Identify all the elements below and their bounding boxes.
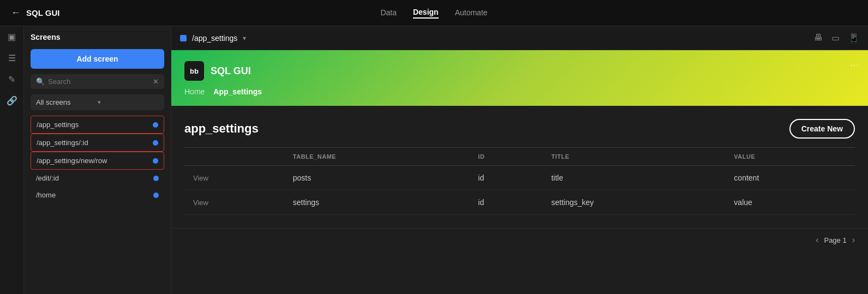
screen-active-dot xyxy=(153,140,158,146)
nav-automate[interactable]: Automate xyxy=(455,8,488,18)
screen-active-dot xyxy=(153,193,159,198)
table-section: app_settings Create New TABLE_NAME ID TI… xyxy=(171,106,868,228)
breadcrumb-app-settings[interactable]: App_settings xyxy=(213,87,262,96)
app-header-gradient: bb SQL GUI ⋯ Home App_settings xyxy=(171,50,868,106)
screen-item-home[interactable]: /home xyxy=(31,187,164,203)
screen-active-dot xyxy=(153,176,159,181)
nav-design[interactable]: Design xyxy=(413,8,439,19)
desktop-icon[interactable]: 🖶 xyxy=(814,33,823,43)
screen-indicator xyxy=(180,35,187,41)
filter-dropdown[interactable]: All screens ▾ xyxy=(31,94,164,110)
prev-page-button[interactable]: ‹ xyxy=(816,235,818,245)
screen-item-app-settings-id[interactable]: /app_settings/:id xyxy=(31,134,164,152)
table-row: View posts id title content xyxy=(184,166,855,190)
app-name: SQL GUI xyxy=(211,65,251,77)
mobile-icon[interactable]: 📱 xyxy=(848,33,859,43)
sidebar-list-icon[interactable]: ☰ xyxy=(8,53,16,63)
header-right: 🖶 ▭ 📱 xyxy=(814,33,859,43)
topbar: ← SQL GUI Data Design Automate xyxy=(0,0,868,26)
sidebar-screens-icon[interactable]: ▣ xyxy=(8,32,16,42)
back-button[interactable]: ← xyxy=(11,7,21,19)
table-header-row: app_settings Create New xyxy=(184,119,855,139)
table-title: app_settings xyxy=(184,122,259,136)
cell-title: title xyxy=(542,166,725,190)
app-title: SQL GUI xyxy=(26,8,59,17)
add-screen-button[interactable]: Add screen xyxy=(31,49,164,69)
pagination-row: ‹ Page 1 › xyxy=(171,228,868,251)
search-input[interactable] xyxy=(48,77,149,86)
screen-path-label: /home xyxy=(36,191,56,199)
col-header-value: VALUE xyxy=(725,148,855,166)
page-label: Page 1 xyxy=(824,236,846,244)
screen-active-dot xyxy=(153,122,158,128)
search-box: 🔍 ✕ xyxy=(31,74,164,89)
table-header-row: TABLE_NAME ID TITLE VALUE xyxy=(184,148,855,166)
screens-title: Screens xyxy=(31,33,164,41)
topbar-left: ← SQL GUI xyxy=(11,7,293,19)
data-table: TABLE_NAME ID TITLE VALUE View posts id … xyxy=(184,147,855,215)
screens-panel: Screens Add screen 🔍 ✕ All screens ▾ /ap… xyxy=(24,26,171,294)
screen-active-dot xyxy=(153,158,158,164)
main-layout: ▣ ☰ ✎ 🔗 Screens Add screen 🔍 ✕ All scree… xyxy=(0,26,868,294)
tablet-icon[interactable]: ▭ xyxy=(831,33,840,43)
screen-path: /app_settings xyxy=(192,34,237,43)
nav-data[interactable]: Data xyxy=(380,8,397,18)
screen-item-app-settings-new-row[interactable]: /app_settings/new/row xyxy=(31,152,164,170)
next-page-button[interactable]: › xyxy=(852,235,855,245)
table-row: View settings id settings_key value xyxy=(184,190,855,215)
app-logo-row: bb SQL GUI xyxy=(184,61,251,81)
screen-header-bar: /app_settings ▾ 🖶 ▭ 📱 xyxy=(171,26,868,50)
col-header-id: ID xyxy=(469,148,542,166)
cell-title: settings_key xyxy=(542,190,725,215)
sidebar-edit-icon[interactable]: ✎ xyxy=(8,74,15,85)
col-header-empty xyxy=(184,148,284,166)
screen-item-edit-id[interactable]: /edit/:id xyxy=(31,170,164,187)
grid-dots-icon: ⋯ xyxy=(849,59,859,71)
filter-label: All screens xyxy=(36,98,98,106)
cell-value: content xyxy=(725,166,855,190)
cell-table-name: settings xyxy=(284,190,470,215)
cell-table-name: posts xyxy=(284,166,470,190)
app-logo: bb xyxy=(184,61,204,81)
breadcrumb-home[interactable]: Home xyxy=(184,87,205,96)
cell-id: id xyxy=(469,166,542,190)
screen-path-label: /app_settings/new/row xyxy=(37,157,107,165)
breadcrumb: Home App_settings xyxy=(184,87,262,96)
chevron-down-icon: ▾ xyxy=(98,99,159,106)
content-area: /app_settings ▾ 🖶 ▭ 📱 bb SQL GUI ⋯ xyxy=(171,26,868,294)
screen-list: /app_settings /app_settings/:id /app_set… xyxy=(31,116,164,203)
preview-wrapper: bb SQL GUI ⋯ Home App_settings app_setti… xyxy=(171,50,868,294)
col-header-title: TITLE xyxy=(542,148,725,166)
create-new-button[interactable]: Create New xyxy=(789,119,855,139)
cell-value: value xyxy=(725,190,855,215)
search-icon: 🔍 xyxy=(36,77,45,86)
screen-path-label: /app_settings/:id xyxy=(37,139,88,147)
icon-sidebar: ▣ ☰ ✎ 🔗 xyxy=(0,26,24,294)
clear-icon[interactable]: ✕ xyxy=(153,77,159,86)
screen-item-app-settings[interactable]: /app_settings xyxy=(31,116,164,134)
screen-path-dropdown[interactable]: ▾ xyxy=(243,34,246,42)
cell-id: id xyxy=(469,190,542,215)
preview-content: bb SQL GUI ⋯ Home App_settings app_setti… xyxy=(171,50,868,294)
screen-path-label: /edit/:id xyxy=(36,174,59,182)
view-button[interactable]: View xyxy=(193,174,208,182)
screen-path-label: /app_settings xyxy=(37,121,79,129)
sidebar-link-icon[interactable]: 🔗 xyxy=(7,95,17,106)
view-button[interactable]: View xyxy=(193,199,208,207)
topbar-nav: Data Design Automate xyxy=(293,8,575,19)
col-header-table-name: TABLE_NAME xyxy=(284,148,470,166)
